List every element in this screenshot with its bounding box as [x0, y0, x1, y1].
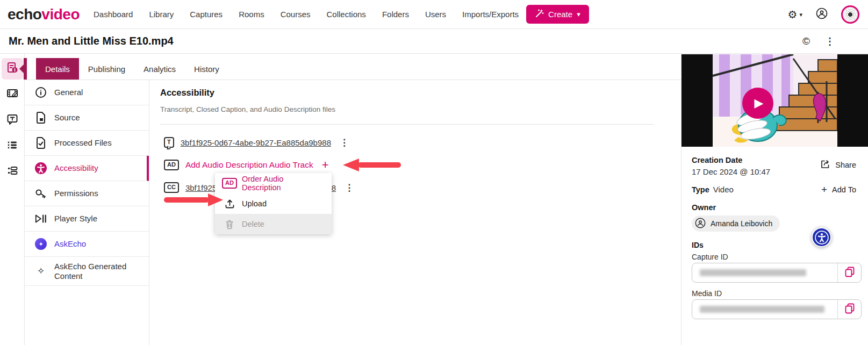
top-right-controls: ⚙ ▾: [788, 0, 859, 29]
sidebar-label: AskEcho: [54, 239, 86, 248]
logo-echo: echo: [8, 6, 41, 23]
sidebar-item-player-style[interactable]: Player Style: [25, 206, 149, 232]
copy-capture-id-button[interactable]: [837, 263, 861, 282]
list-items-icon: [6, 164, 19, 179]
nav-rooms[interactable]: Rooms: [239, 10, 264, 19]
section-subheading: Transcript, Closed Caption, and Audio De…: [160, 105, 335, 113]
tab-analytics[interactable]: Analytics: [134, 58, 185, 80]
sidebar-item-accessibility[interactable]: Accessibility: [25, 156, 149, 181]
copyright-icon[interactable]: ©: [802, 35, 810, 47]
ad-badge-pink-icon: AD: [224, 178, 235, 188]
account-icon[interactable]: [815, 7, 828, 22]
creation-date-label: Creation Date: [692, 156, 742, 164]
key-icon: [34, 188, 47, 199]
add-to-label: Add To: [832, 185, 856, 194]
rail-active-pointer: [19, 64, 24, 74]
details-sidebar: General Source Processed Files Accessibi…: [25, 80, 149, 345]
tab-publishing[interactable]: Publishing: [79, 58, 134, 80]
rail-transcript-button[interactable]: [2, 110, 23, 131]
menu-item-order-audio-description[interactable]: AD Order Audio Description: [215, 173, 332, 193]
person-circle-icon: [694, 217, 706, 231]
title-kebab-menu-icon[interactable]: ⋮: [825, 37, 835, 46]
annotation-arrow-left-icon: [343, 159, 403, 171]
sidebar-item-permissions[interactable]: Permissions: [25, 181, 149, 206]
sidebar-item-askecho[interactable]: ✦ AskEcho: [25, 232, 149, 257]
sidebar-item-askecho-generated-content[interactable]: ✧ AskEcho Generated Content: [25, 257, 149, 286]
media-info-panel: ▶ Creation Date 17 Dec 2024 @ 10:47 Shar…: [681, 54, 868, 345]
title-actions: © ⋮: [802, 35, 835, 47]
left-icon-rail: [0, 54, 25, 345]
menu-item-delete-disabled[interactable]: Delete: [215, 214, 332, 234]
nav-folders[interactable]: Folders: [382, 10, 409, 19]
chat-text-icon: [6, 113, 19, 128]
closed-caption-badge-icon: CC: [164, 182, 179, 192]
sidebar-label: Permissions: [54, 189, 98, 198]
nav-imports-exports[interactable]: Imports/Exports: [462, 10, 519, 19]
type-row: Type Video: [692, 185, 734, 194]
transcript-kebab-menu-icon[interactable]: ⋮: [338, 137, 351, 148]
nav-users[interactable]: Users: [425, 10, 446, 19]
type-label: Type: [692, 185, 709, 194]
list-dots-icon: [6, 139, 19, 154]
nav-collections[interactable]: Collections: [327, 10, 366, 19]
sidebar-item-processed-files[interactable]: Processed Files: [25, 131, 149, 156]
plus-icon: +: [821, 184, 827, 196]
chevron-down-icon: ▾: [577, 10, 580, 18]
play-button[interactable]: ▶: [742, 88, 773, 119]
echovideo-logo[interactable]: echovideo: [8, 6, 80, 23]
magic-wand-icon: [535, 9, 544, 20]
capture-id-field[interactable]: [692, 263, 862, 283]
owner-label: Owner: [692, 203, 716, 212]
nav-captures[interactable]: Captures: [190, 10, 223, 19]
add-audio-description-plus-icon[interactable]: +: [322, 159, 329, 171]
create-button[interactable]: Create ▾: [526, 5, 589, 24]
media-id-field[interactable]: [692, 299, 862, 319]
share-button[interactable]: Share: [820, 159, 856, 171]
top-nav-bar: echovideo Dashboard Library Captures Roo…: [0, 0, 868, 29]
menu-item-upload[interactable]: Upload: [215, 193, 332, 214]
accessibility-icon: [34, 162, 47, 175]
video-thumbnail[interactable]: ▶: [682, 54, 868, 147]
user-avatar[interactable]: [841, 5, 859, 24]
sidebar-item-source[interactable]: Source: [25, 105, 149, 131]
transcript-badge-icon: T: [164, 137, 174, 147]
askecho-sparkle-icon: ✦: [34, 238, 47, 250]
upload-icon: [224, 199, 235, 209]
sidebar-item-general[interactable]: General: [25, 80, 149, 105]
document-info-icon: [6, 61, 19, 76]
accessibility-widget-button[interactable]: [812, 227, 831, 247]
trash-icon: [224, 219, 235, 229]
nav-dashboard[interactable]: Dashboard: [94, 10, 133, 19]
sidebar-label: Processed Files: [54, 138, 112, 147]
section-heading: Accessibility: [160, 88, 214, 98]
tab-history[interactable]: History: [185, 58, 228, 80]
owner-chip[interactable]: Amanda Leibovich: [692, 215, 780, 232]
nav-library[interactable]: Library: [149, 10, 174, 19]
add-audio-description-link[interactable]: Add Audio Description Audio Track: [185, 160, 313, 170]
info-circle-icon: [34, 87, 47, 98]
section-divider: [160, 124, 654, 125]
source-document-icon: [34, 112, 47, 124]
rail-index-button[interactable]: [2, 161, 23, 183]
rail-media-edit-button[interactable]: [2, 84, 23, 105]
media-id-value-redacted: [700, 306, 824, 313]
sidebar-label: Source: [54, 113, 80, 122]
page-title: Mr. Men and Little Miss E10.mp4: [9, 35, 174, 47]
add-to-button[interactable]: + Add To: [821, 184, 856, 196]
sidebar-label: Player Style: [54, 214, 97, 223]
share-icon: [820, 159, 830, 171]
copy-media-id-button[interactable]: [837, 300, 861, 319]
menu-item-label: Order Audio Description: [242, 175, 323, 192]
rail-chapters-button[interactable]: [2, 135, 23, 157]
copy-icon: [845, 303, 855, 316]
tab-details[interactable]: Details: [36, 58, 79, 80]
closed-caption-kebab-menu-icon[interactable]: ⋮: [342, 182, 356, 193]
play-pause-icon: [34, 213, 47, 225]
transcript-file-row: T 3bf1f925-0d67-4abe-9b27-Ea885da9b988 ⋮: [164, 135, 351, 149]
processed-document-icon: [34, 137, 47, 149]
nav-courses[interactable]: Courses: [281, 10, 311, 19]
main-nav: Dashboard Library Captures Rooms Courses…: [94, 10, 519, 19]
transcript-file-link[interactable]: 3bf1f925-0d67-4abe-9b27-Ea885da9b988: [181, 138, 331, 147]
copy-icon: [845, 267, 855, 279]
settings-menu-button[interactable]: ⚙ ▾: [788, 9, 802, 20]
